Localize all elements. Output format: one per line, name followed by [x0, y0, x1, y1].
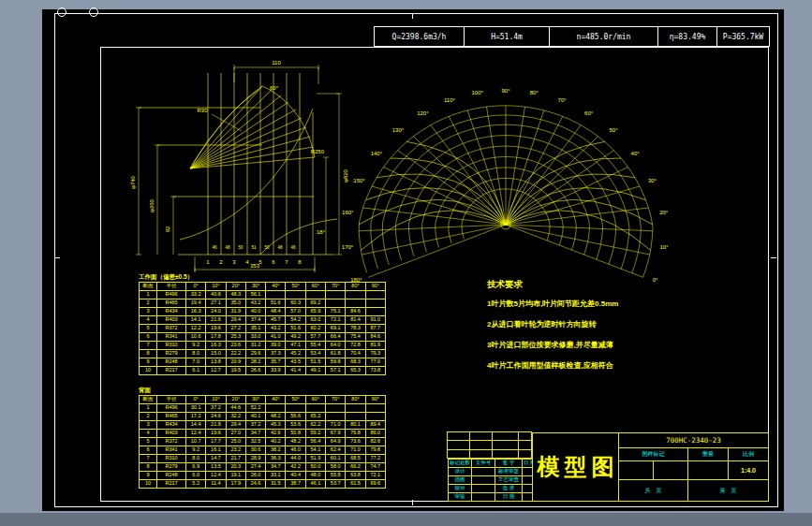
section-number: 7	[285, 259, 288, 265]
desktop-bottom-band	[0, 513, 812, 526]
mark-cell-2	[653, 460, 688, 480]
column-header: 断面	[140, 396, 157, 404]
radial-grid-line	[368, 225, 506, 277]
thickness-value: 46	[212, 245, 217, 250]
back-face-table-title: 背面	[139, 387, 151, 395]
column-header: 60°	[305, 396, 325, 404]
back-face-table: 断面半径0°10°20°30°40°50°60°70°80°90°1R49630…	[139, 395, 386, 489]
table-row: 6R34110.617.825.333.041.049.257.766.475.…	[140, 333, 386, 342]
revision-rows	[448, 432, 532, 459]
column-header: 签 字	[495, 460, 523, 468]
signature-table: 标记处数文件号签 字日 期设计标准审定描图工艺审查校对批 准审核日 期	[448, 459, 537, 502]
table-row: 7R3108.014.721.728.936.344.051.960.168.5…	[140, 455, 386, 463]
angle-label: 10°	[659, 244, 669, 250]
column-header: 70°	[326, 396, 346, 404]
column-header: 标记处数	[449, 460, 472, 468]
column-header: 40°	[266, 283, 286, 291]
column-header: 30°	[245, 396, 265, 404]
column-header: 60°	[305, 283, 325, 291]
table-row: 校对批 准	[449, 485, 537, 493]
column-header: 半径	[157, 396, 186, 404]
notes-title: 技术要求	[487, 279, 684, 291]
radial-grid-line	[384, 168, 507, 226]
thickness-value: 46	[290, 245, 296, 250]
thickness-value: 50	[264, 245, 270, 250]
blade-plan-view-drawing: 0°10°20°30°40°50°60°70°80°90°100°110°120…	[356, 73, 674, 281]
table-row: 4R40312.419.627.034.742.650.859.267.976.…	[140, 430, 386, 438]
radial-grid-line	[506, 116, 563, 225]
section-number: 8	[298, 259, 302, 265]
table-row: 7R3109.216.323.631.239.047.155.464.072.8…	[140, 342, 386, 350]
column-header: 20°	[226, 396, 245, 404]
meridional-section-drawing: 110 353 φ740 φ260 92 φ820 R250 R30 60° 1…	[122, 56, 365, 281]
angle-label: 110°	[444, 97, 456, 103]
table-row: 2R46517.224.632.240.148.256.665.2	[140, 413, 386, 421]
part-number: 700HC-2340-23	[618, 432, 769, 448]
thickness-value: 51	[251, 245, 257, 250]
radial-grid-line	[506, 107, 525, 225]
column-header: 10°	[206, 396, 226, 404]
blade-edge-curve	[506, 211, 651, 250]
param-flow: Q=2398.6m3/h	[374, 26, 465, 47]
radius-small-label: R30	[197, 108, 208, 113]
section-number: 6	[272, 259, 275, 265]
centering-tick	[771, 257, 776, 258]
thickness-value: 48	[225, 245, 230, 250]
param-head: H=51.4m	[464, 26, 550, 47]
radius-leader-label: R250	[311, 149, 325, 154]
column-header: 40°	[266, 396, 286, 404]
table-row: 1R49633.240.648.356.1	[140, 291, 386, 300]
section-number: 4	[245, 259, 249, 265]
column-header: 20°	[226, 283, 245, 291]
angle-label: 160°	[342, 210, 354, 215]
angle-label: 70°	[558, 97, 568, 103]
pump-parameters-bar: Q=2398.6m3/h H=51.4m n=485.0r/min η=83.4…	[375, 26, 770, 47]
dim-left-outer: φ740	[130, 175, 136, 189]
blade-edge-curve	[406, 141, 506, 225]
table-row: 2R46519.427.135.043.251.660.369.2	[140, 300, 386, 308]
title-cell: 模型图	[532, 432, 619, 502]
blade-edge-curve	[361, 211, 506, 250]
angle-label: 140°	[371, 151, 383, 156]
table-row: 5R37210.717.725.032.540.248.256.464.973.…	[140, 438, 386, 446]
scale-value: 1:4.0	[728, 460, 769, 480]
angle-bottom-label: 18°	[317, 229, 326, 235]
registration-mark-icon	[89, 7, 98, 17]
working-face-table: 断面半径0°10°20°30°40°50°60°70°80°90°1R49633…	[139, 282, 386, 375]
tech-note-item: 3叶片进口部位按要求修磨,并尽量减薄	[487, 340, 684, 350]
column-header: 30°	[245, 283, 265, 291]
mark-cell-1	[618, 460, 654, 480]
radial-grid-line	[449, 116, 506, 225]
dim-top: 110	[272, 60, 281, 66]
table-row: 3R43416.324.031.940.048.457.065.975.184.…	[140, 308, 386, 316]
drawing-title: 模型图	[533, 452, 619, 482]
angle-label: 100°	[471, 90, 483, 95]
section-number: 3	[232, 259, 236, 265]
column-header: 90°	[365, 283, 385, 291]
dim-left-mid: φ260	[149, 198, 155, 212]
table-row: 描图工艺审查	[449, 476, 537, 485]
angle-label: 130°	[392, 127, 405, 133]
dim-left-inner: 92	[165, 226, 170, 232]
radial-grid-line	[359, 225, 506, 231]
col-label-scale: 比例	[728, 447, 769, 461]
table-row: 6R3419.216.123.230.638.246.054.162.471.0…	[140, 446, 386, 455]
angle-label: 20°	[659, 210, 669, 215]
tech-note-item: 1叶片数5片均布,叶片间节距允差0.5mm	[487, 299, 684, 309]
angle-label: 90°	[501, 88, 510, 94]
table-row: 审核日 期	[449, 493, 537, 502]
angle-label: 80°	[530, 90, 539, 95]
column-header: 文件号	[472, 460, 495, 468]
col-label-weight: 重量	[687, 447, 729, 461]
blade-edge-curve	[366, 188, 507, 225]
param-power: P=365.7kW	[716, 26, 770, 47]
table-row: 9R2486.012.419.126.033.140.448.055.863.8…	[140, 472, 386, 480]
technical-notes: 技术要求 1叶片数5片均布,叶片间节距允差0.5mm 2从进口看叶轮为逆时针方向…	[487, 279, 684, 381]
working-face-table-title: 工作面（偏差±0.5）	[139, 273, 193, 282]
angle-label: 170°	[342, 244, 354, 250]
angle-top-label: 60°	[270, 85, 279, 91]
sheet-total: 共 页	[618, 479, 688, 502]
column-header: 50°	[286, 283, 305, 291]
column-header: 0°	[186, 396, 206, 404]
dim-right-outer: φ820	[343, 168, 348, 183]
